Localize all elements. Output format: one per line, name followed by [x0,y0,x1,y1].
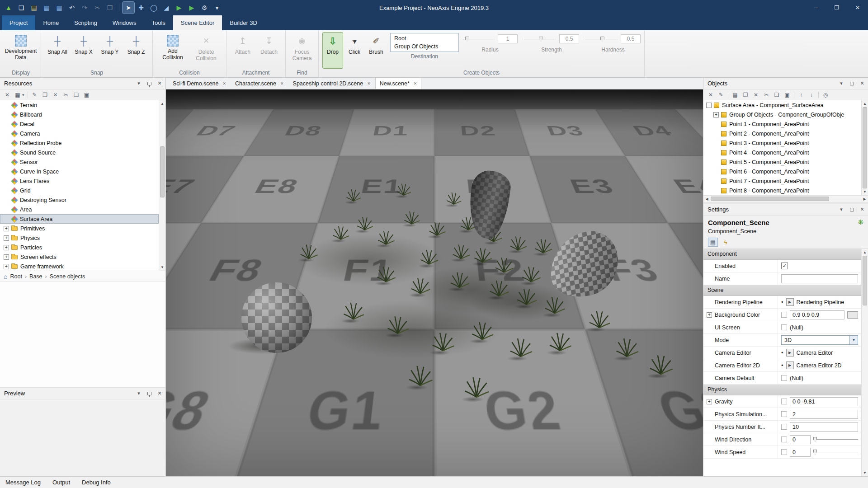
scrollbar-thumb[interactable] [863,107,867,188]
scene-objects-list-area[interactable] [0,282,165,388]
objects-item-point-6-component-areapoint[interactable]: Point 6 - Component_AreaPoint [703,167,861,176]
menu-tab-project[interactable]: Project [2,15,35,30]
resources-item-particles[interactable]: +Particles [0,243,159,252]
scroll-up-icon[interactable]: ▲ [862,100,868,107]
copy-icon[interactable]: ❐ [104,2,116,14]
slider-handle[interactable] [813,437,817,442]
reference-button[interactable]: ▶ [786,298,794,306]
value-input[interactable]: 0 [790,435,811,444]
mode-dropdown[interactable]: 3D▼ [781,335,858,345]
expander-icon[interactable]: + [4,254,9,260]
value-box[interactable] [781,375,787,381]
redo-icon[interactable]: ↷ [79,2,90,14]
objects-hscrollbar[interactable]: ◀ ▶ [703,195,868,202]
select-tool-icon[interactable]: ➤ [123,2,134,14]
paste-icon[interactable]: ▣ [783,91,791,99]
panel-close-icon[interactable]: ✕ [156,80,163,87]
resources-scrollbar[interactable]: ▲ ▼ [159,100,165,271]
run-icon[interactable]: ▶ [186,2,198,14]
slider-track[interactable] [585,39,618,39]
resources-item-reflection-probe[interactable]: Reflection Probe [0,138,159,148]
open-project-icon[interactable]: ▤ [28,2,40,14]
expander-icon[interactable]: + [4,226,9,231]
scene-tab-character-scene[interactable]: Character.scene✕ [231,78,288,89]
scrollbar-thumb[interactable] [160,146,165,197]
dropdown-arrow-icon[interactable]: ▾ [22,93,24,97]
resources-item-sensor[interactable]: Sensor [0,157,159,167]
slider-handle[interactable] [465,37,469,42]
snap-all-button[interactable]: Snap All [45,32,70,69]
objects-item-point-2-component-areapoint[interactable]: Point 2 - Component_AreaPoint [703,129,861,138]
panel-close-icon[interactable]: ✕ [859,80,865,87]
objects-item-surface-area-component-surfacearea[interactable]: −Surface Area - Component_SurfaceArea [703,100,861,110]
value-box[interactable] [781,324,787,330]
move-up-icon[interactable]: ↑ [797,91,805,99]
value-input[interactable]: 2 [790,410,858,419]
view-mode-icon[interactable]: ▦ [14,91,21,99]
copy-icon[interactable]: ❏ [773,91,780,99]
tab-close-icon[interactable]: ✕ [280,81,284,86]
scroll-up-icon[interactable]: ▲ [159,100,165,107]
slider-track[interactable] [813,439,858,440]
slider-handle[interactable] [600,37,604,42]
scroll-up-icon[interactable]: ▲ [862,249,868,256]
attach-button[interactable]: Attach [230,32,255,69]
resources-item-curve-in-space[interactable]: Curve In Space [0,167,159,176]
resources-item-sound-source[interactable]: Sound Source [0,148,159,157]
delete-collision-button[interactable]: Delete Collision [190,32,222,69]
value-input[interactable]: 0 0 -9.81 [790,397,858,406]
scene-tab-spaceship-control-2d-scene[interactable]: Spaceship control 2D.scene✕ [288,78,375,89]
expander-icon[interactable]: + [707,399,712,404]
color-swatch[interactable] [847,311,858,319]
move-tool-icon[interactable]: ✚ [135,2,147,14]
resources-item-terrain[interactable]: Terrain [0,100,159,110]
add-collision-button[interactable]: Add Collision [156,32,189,69]
scrollbar-thumb[interactable] [711,197,829,201]
close-button[interactable]: ✕ [847,0,868,15]
menu-tab-scene-editor[interactable]: Scene Editor [173,15,222,30]
list-icon[interactable]: ▤ [731,91,739,99]
tab-close-icon[interactable]: ✕ [367,81,371,86]
save-all-icon[interactable]: ▦ [53,2,65,14]
viewport-3d[interactable]: D1D2D3D4D5D6D7D8D1D2D3D4D5D6D7D8D1D2E1E2… [166,89,703,476]
expander-icon[interactable]: + [4,245,9,250]
home-icon[interactable]: ⌂ [4,273,7,280]
objects-item-point-4-component-areapoint[interactable]: Point 4 - Component_AreaPoint [703,148,861,157]
slider-value-box[interactable]: 0.5 [559,34,579,43]
panel-menu-icon[interactable]: ▾ [136,80,142,87]
rotate-tool-icon[interactable]: ◯ [148,2,160,14]
cut-icon[interactable]: ✂ [91,2,103,14]
scene-tab-new-scene[interactable]: New.scene*✕ [375,78,422,89]
panel-menu-icon[interactable]: ▾ [136,390,142,397]
scroll-left-icon[interactable]: ◀ [703,196,710,202]
snap-y-button[interactable]: Snap Y [97,32,123,69]
snap-x-button[interactable]: Snap X [71,32,96,69]
status-tab-output[interactable]: Output [52,479,70,486]
scale-tool-icon[interactable]: ◢ [160,2,172,14]
search-icon[interactable]: ◎ [822,91,829,99]
delete-icon[interactable]: ✕ [752,91,760,99]
filter-icon[interactable]: ✕ [707,91,714,99]
value-box[interactable] [781,436,787,442]
settings-scrollbar[interactable]: ▲ ▼ [861,249,868,476]
resources-item-destroying-sensor[interactable]: Destroying Sensor [0,195,159,205]
neoaxis-logo[interactable]: ▲ [3,2,14,14]
undo-icon[interactable]: ↶ [66,2,78,14]
expander-icon[interactable]: + [4,235,9,241]
value-box[interactable] [781,411,787,417]
minimize-button[interactable]: ─ [806,0,826,15]
value-box[interactable] [781,399,787,404]
detach-button[interactable]: Detach [256,32,282,69]
resources-item-screen-effects[interactable]: +Screen effects [0,252,159,262]
slider-track[interactable] [462,39,495,39]
pin-icon[interactable] [146,80,152,87]
snap-z-button[interactable]: Snap Z [123,32,149,69]
move-down-icon[interactable]: ↓ [808,91,815,99]
breadcrumb-base[interactable]: Base [29,273,42,280]
focus-camera-button[interactable]: Focus Camera [289,32,315,69]
panel-menu-icon[interactable]: ▾ [838,206,844,213]
value-input[interactable]: 10 [790,422,858,432]
slider-value-box[interactable]: 1 [498,34,518,43]
objects-item-point-7-component-areapoint[interactable]: Point 7 - Component_AreaPoint [703,176,861,186]
resources-item-decal[interactable]: Decal [0,119,159,129]
